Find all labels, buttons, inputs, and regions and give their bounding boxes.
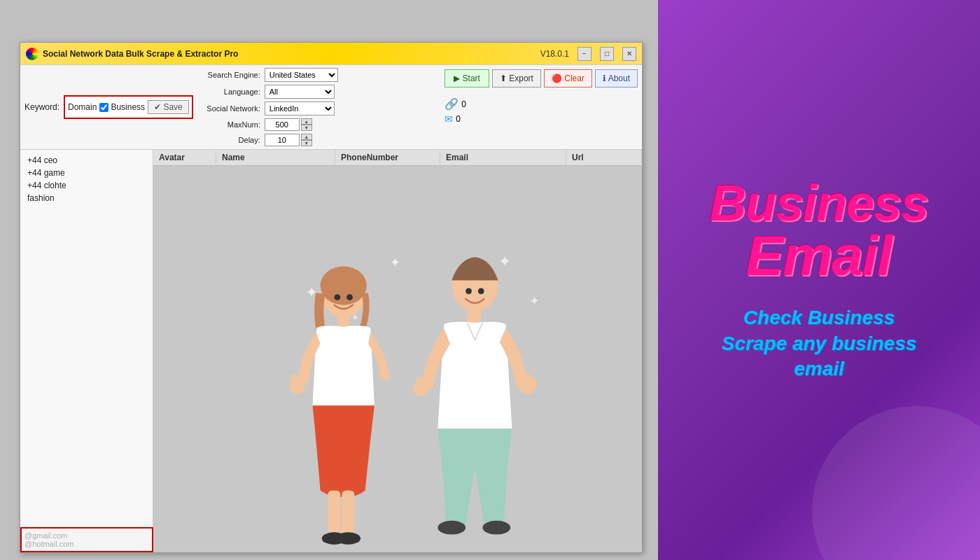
svg-point-22: [482, 521, 510, 535]
delay-spinner: ▲ ▼: [301, 134, 312, 146]
toolbar-form: Search Engine: United States United King…: [197, 68, 433, 146]
svg-rect-10: [291, 374, 298, 387]
svg-text:✦: ✦: [498, 253, 511, 270]
social-network-label: Social Network:: [197, 104, 260, 113]
main-content: +44 ceo +44 game +44 clohte fashion @gma…: [20, 150, 642, 552]
save-button[interactable]: ✔ Save: [148, 100, 189, 114]
svg-text:✦: ✦: [529, 294, 540, 308]
search-engine-row: Search Engine: United States United King…: [197, 68, 433, 82]
keyword-label: Keyword:: [24, 102, 59, 112]
title-bar-version-controls: V18.0.1 − □ ✕: [540, 47, 636, 61]
keyword-item-0[interactable]: +44 ceo: [24, 154, 148, 167]
title-bar-left: Social Network Data Bulk Scrape & Extrac…: [26, 48, 238, 60]
minimize-button[interactable]: −: [578, 47, 592, 61]
col-header-name: Name: [216, 150, 335, 165]
language-label: Language:: [197, 88, 260, 96]
about-button[interactable]: ℹ About: [595, 69, 638, 88]
app-panel: Social Network Data Bulk Scrape & Extrac…: [0, 0, 658, 560]
table-area: Avatar Name PhoneNumber Email Url ✦ ✦ ✦: [153, 150, 642, 552]
business-label: Business: [111, 102, 145, 112]
delay-field: ▲ ▼: [265, 134, 312, 146]
keyword-item-3[interactable]: fashion: [24, 192, 148, 204]
mail-icon: ✉: [444, 113, 453, 125]
domain-placeholder-1: @gmail.com: [24, 531, 149, 540]
business-checkbox[interactable]: [99, 103, 108, 112]
delay-up[interactable]: ▲: [301, 134, 312, 140]
svg-point-26: [478, 288, 484, 294]
col-header-email: Email: [440, 150, 566, 165]
maxnum-field: ▲ ▼: [265, 118, 312, 131]
col-header-avatar: Avatar: [153, 150, 216, 165]
title-bar: Social Network Data Bulk Scrape & Extrac…: [20, 43, 642, 65]
left-sidebar: +44 ceo +44 game +44 clohte fashion @gma…: [20, 150, 153, 552]
marketing-subtitle: Check Business Scrape any business email: [722, 305, 917, 382]
marketing-title-2: Email: [746, 228, 892, 284]
svg-rect-11: [328, 491, 341, 537]
window-title: Social Network Data Bulk Scrape & Extrac…: [43, 49, 238, 59]
svg-point-24: [346, 294, 353, 300]
app-window: Social Network Data Bulk Scrape & Extrac…: [20, 42, 643, 553]
link-count: 0: [461, 99, 466, 109]
domain-list-box[interactable]: @gmail.com @hotmail.com: [20, 527, 153, 552]
col-header-phone: PhoneNumber: [335, 150, 440, 165]
maxnum-row: MaxNum: ▲ ▼: [197, 118, 433, 131]
link-icon: 🔗: [444, 97, 458, 111]
social-network-select[interactable]: LinkedIn Facebook: [265, 102, 335, 115]
delay-row: Delay: ▲ ▼: [197, 134, 433, 146]
start-button[interactable]: ▶ Start: [444, 69, 489, 88]
svg-point-25: [465, 288, 472, 294]
keyword-item-1[interactable]: +44 game: [24, 167, 148, 179]
svg-point-21: [438, 521, 465, 535]
marketing-subtitle-line2: Scrape any business: [722, 332, 917, 354]
svg-text:✦: ✦: [390, 255, 400, 270]
action-buttons-row: ▶ Start ⬆ Export 🔴 Clear ℹ About: [444, 69, 638, 88]
maxnum-spinner: ▲ ▼: [301, 118, 312, 131]
link-stat-row: 🔗 0: [444, 97, 466, 111]
marketing-title-1: Business: [710, 178, 928, 228]
svg-rect-18: [523, 373, 530, 387]
language-select[interactable]: All English: [265, 85, 335, 99]
toolbar: Keyword: Domain Business ✔ Save Search E…: [20, 65, 642, 150]
delay-input[interactable]: [265, 134, 300, 146]
language-row: Language: All English: [197, 85, 433, 99]
maxnum-label: MaxNum:: [197, 120, 260, 129]
app-icon: [26, 48, 38, 60]
export-button[interactable]: ⬆ Export: [492, 69, 541, 88]
illustration-area: ✦ ✦ ✦ ✦ ✦ ✦: [153, 166, 642, 552]
keyword-item-2[interactable]: +44 clohte: [24, 179, 148, 192]
search-engine-label: Search Engine:: [197, 71, 260, 79]
delay-down[interactable]: ▼: [301, 140, 312, 146]
business-checkbox-group: Business: [99, 102, 145, 112]
col-header-url: Url: [566, 150, 642, 165]
toolbar-right: Search Engine: United States United King…: [197, 68, 638, 146]
marketing-panel: Business Email Check Business Scrape any…: [658, 0, 980, 560]
illustration-svg: ✦ ✦ ✦ ✦ ✦ ✦: [153, 166, 642, 552]
keyword-list: +44 ceo +44 game +44 clohte fashion: [20, 150, 153, 527]
domain-label: Domain: [68, 102, 97, 112]
maxnum-up[interactable]: ▲: [301, 118, 312, 125]
clear-button[interactable]: 🔴 Clear: [544, 69, 592, 88]
email-count: 0: [456, 114, 461, 124]
delay-label: Delay:: [197, 136, 260, 144]
action-buttons-stats: ▶ Start ⬆ Export 🔴 Clear ℹ About 🔗 0 ✉ 0: [444, 69, 638, 125]
table-header: Avatar Name PhoneNumber Email Url: [153, 150, 642, 166]
svg-rect-12: [342, 491, 355, 537]
svg-point-23: [334, 294, 340, 300]
version-label: V18.0.1: [540, 49, 569, 59]
svg-rect-20: [416, 377, 422, 389]
maxnum-down[interactable]: ▼: [301, 125, 312, 131]
svg-point-7: [321, 267, 367, 305]
maximize-button[interactable]: □: [600, 47, 614, 61]
domain-section: Domain Business ✔ Save: [64, 95, 193, 119]
svg-point-14: [336, 532, 360, 545]
table-body: ✦ ✦ ✦ ✦ ✦ ✦: [153, 166, 642, 552]
close-button[interactable]: ✕: [622, 47, 636, 61]
domain-placeholder-2: @hotmail.com: [24, 540, 149, 548]
social-network-row: Social Network: LinkedIn Facebook: [197, 102, 433, 115]
svg-rect-16: [467, 309, 481, 324]
maxnum-input[interactable]: [265, 118, 300, 131]
marketing-subtitle-line3: email: [794, 358, 844, 379]
marketing-subtitle-line1: Check Business: [743, 307, 895, 328]
search-engine-select[interactable]: United States United Kingdom Canada: [265, 68, 338, 82]
email-stat-row: ✉ 0: [444, 113, 461, 125]
